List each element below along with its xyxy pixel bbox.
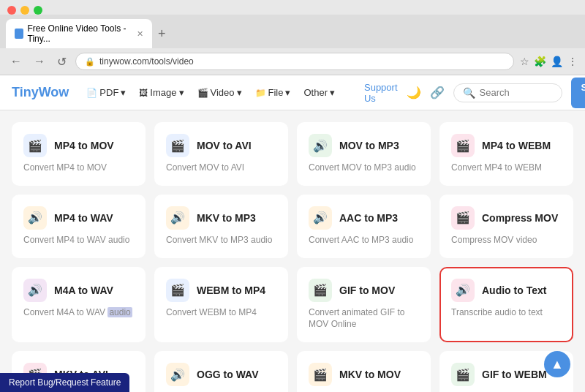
forward-button[interactable]: → xyxy=(31,53,48,69)
tool-name-mkv-to-mp3: MKV to MP3 xyxy=(197,212,256,224)
tool-name-mov-to-mp3: MOV to MP3 xyxy=(339,140,399,151)
pdf-chevron-icon: ▾ xyxy=(121,87,126,98)
theme-toggle-button[interactable]: 🌙 xyxy=(407,86,421,99)
support-link[interactable]: Support Us xyxy=(364,82,398,104)
search-box[interactable]: 🔍 xyxy=(453,83,562,102)
tab-favicon xyxy=(15,29,23,39)
tool-icon-mov-to-mp3: 🔊 xyxy=(309,134,332,157)
image-icon: 🖼 xyxy=(139,88,148,98)
refresh-button[interactable]: ↺ xyxy=(54,53,69,70)
signin-button[interactable]: Sign In xyxy=(571,78,585,108)
traffic-light-red[interactable] xyxy=(7,6,16,15)
tool-name-mkv-to-mov: MKV to MOV xyxy=(339,369,401,380)
tool-card-mkv-to-mov[interactable]: 🎬MKV to MOVConvert MKV to MOV xyxy=(297,351,431,392)
tool-icon-mp4-to-webm: 🎬 xyxy=(451,134,475,157)
nav-right: Support Us 🌙 🔗 🔍 Sign In xyxy=(364,78,585,108)
tool-card-gif-to-mov[interactable]: 🎬GIF to MOVConvert animated GIF to MOV O… xyxy=(297,267,431,343)
tool-card-mp4-to-webm[interactable]: 🎬MP4 to WEBMConvert MP4 to WEBM xyxy=(439,122,573,186)
profile-button[interactable]: 👤 xyxy=(551,56,563,67)
tool-name-mp4-to-mov: MP4 to MOV xyxy=(54,140,114,151)
back-button[interactable]: ← xyxy=(7,53,25,69)
nav-item-video[interactable]: 🎬 Video ▾ xyxy=(192,84,248,101)
tool-icon-gif-to-mov: 🎬 xyxy=(309,279,332,302)
tool-desc-mp4-to-wav: Convert MP4 to WAV audio xyxy=(23,234,134,246)
bookmark-button[interactable]: ☆ xyxy=(520,56,529,67)
nav-item-pdf[interactable]: 📄 PDF ▾ xyxy=(80,84,132,101)
url-text: tinywow.com/tools/video xyxy=(99,56,194,67)
tool-card-m4a-to-wav[interactable]: 🔊M4A to WAVConvert M4A to WAV audio xyxy=(12,267,146,343)
tab-title: Free Online Video Tools - Tiny... xyxy=(28,23,129,44)
tool-card-audio-to-text[interactable]: 🔊Audio to TextTranscribe audio to text xyxy=(439,267,573,343)
tool-desc-gif-to-mov: Convert animated GIF to MOV Online xyxy=(309,306,419,331)
tool-icon-audio-to-text: 🔊 xyxy=(451,279,475,302)
tool-desc-mp4-to-mov: Convert MP4 to MOV xyxy=(23,162,134,174)
image-chevron-icon: ▾ xyxy=(179,87,184,98)
tools-grid: 🎬MP4 to MOVConvert MP4 to MOV🎬MOV to AVI… xyxy=(12,122,573,392)
browser-tab[interactable]: Free Online Video Tools - Tiny... ✕ xyxy=(6,19,152,48)
tool-icon-webm-to-mp4: 🎬 xyxy=(166,279,189,302)
tool-card-mp4-to-wav[interactable]: 🔊MP4 to WAVConvert MP4 to WAV audio xyxy=(12,195,146,258)
nav-label-file: File xyxy=(268,87,284,98)
tool-name-gif-to-mov: GIF to MOV xyxy=(339,284,395,296)
url-bar[interactable]: 🔒 tinywow.com/tools/video xyxy=(75,53,514,70)
tool-name-webm-to-mp4: WEBM to MP4 xyxy=(197,284,265,296)
tool-name-mov-to-avi: MOV to AVI xyxy=(197,140,252,151)
site-logo[interactable]: TinyWow xyxy=(12,85,69,100)
tool-card-mkv-to-mp3[interactable]: 🔊MKV to MP3Convert MKV to MP3 audio xyxy=(154,195,288,258)
lock-icon: 🔒 xyxy=(85,57,95,67)
tool-desc-aac-to-mp3: Convert AAC to MP3 audio xyxy=(309,234,419,246)
traffic-light-green[interactable] xyxy=(34,6,42,15)
tool-card-ogg-to-wav[interactable]: 🔊OGG to WAVConvert OGG to WAV xyxy=(154,351,288,392)
search-input[interactable] xyxy=(480,87,553,98)
nav-item-image[interactable]: 🖼 Image ▾ xyxy=(133,84,189,101)
tool-name-m4a-to-wav: M4A to WAV xyxy=(54,284,113,296)
tool-desc-webm-to-mp4: Convert WEBM to MP4 xyxy=(166,306,276,319)
tool-icon-mp4-to-mov: 🎬 xyxy=(23,134,47,157)
nav-menu: 📄 PDF ▾ 🖼 Image ▾ 🎬 Video ▾ 📁 File ▾ Oth… xyxy=(80,84,341,101)
tool-desc-mov-to-avi: Convert MOV to AVI xyxy=(166,162,276,174)
tool-icon-aac-to-mp3: 🔊 xyxy=(309,206,332,230)
tool-desc-m4a-to-wav: Convert M4A to WAV audio xyxy=(23,306,134,319)
logo-tiny: Tiny xyxy=(12,85,39,99)
pdf-icon: 📄 xyxy=(86,88,97,98)
tool-name-gif-to-webm: GIF to WEBM xyxy=(482,369,547,380)
tool-card-compress-mov[interactable]: 🎬Compress MOVCompress MOV video xyxy=(439,195,573,258)
nav-label-video: Video xyxy=(211,87,235,98)
nav-item-file[interactable]: 📁 File ▾ xyxy=(249,84,297,101)
new-tab-button[interactable]: + xyxy=(152,23,172,45)
tool-card-mov-to-avi[interactable]: 🎬MOV to AVIConvert MOV to AVI xyxy=(154,122,288,186)
search-icon: 🔍 xyxy=(463,87,475,99)
scroll-top-button[interactable]: ▲ xyxy=(544,351,570,377)
tool-name-mp4-to-wav: MP4 to WAV xyxy=(54,212,113,224)
extensions-button[interactable]: 🧩 xyxy=(534,56,546,67)
tool-icon-mkv-to-mov: 🎬 xyxy=(309,363,332,386)
menu-button[interactable]: ⋮ xyxy=(567,56,578,67)
tool-icon-gif-to-webm: 🎬 xyxy=(451,363,475,386)
file-icon: 📁 xyxy=(255,88,266,98)
tab-close-button[interactable]: ✕ xyxy=(137,29,143,39)
tool-icon-compress-mov: 🎬 xyxy=(451,206,475,230)
tool-desc-mov-to-mp3: Convert MOV to MP3 audio xyxy=(309,162,419,174)
navbar: TinyWow 📄 PDF ▾ 🖼 Image ▾ 🎬 Video ▾ 📁 Fi… xyxy=(0,75,585,110)
traffic-light-yellow[interactable] xyxy=(20,6,29,15)
tool-card-aac-to-mp3[interactable]: 🔊AAC to MP3Convert AAC to MP3 audio xyxy=(297,195,431,258)
nav-item-other[interactable]: Other ▾ xyxy=(298,84,341,101)
share-button[interactable]: 🔗 xyxy=(430,86,445,99)
nav-label-pdf: PDF xyxy=(99,87,118,98)
tool-name-aac-to-mp3: AAC to MP3 xyxy=(339,212,398,224)
tool-icon-mp4-to-wav: 🔊 xyxy=(23,206,47,230)
logo-wow: Wow xyxy=(39,85,69,99)
video-chevron-icon: ▾ xyxy=(237,87,242,98)
file-chevron-icon: ▾ xyxy=(285,87,290,98)
report-bug-button[interactable]: Report Bug/Request Feature xyxy=(0,373,129,392)
tool-card-mov-to-mp3[interactable]: 🔊MOV to MP3Convert MOV to MP3 audio xyxy=(297,122,431,186)
tool-icon-m4a-to-wav: 🔊 xyxy=(23,279,47,302)
tool-desc-compress-mov: Compress MOV video xyxy=(451,234,562,246)
tool-desc-audio-to-text: Transcribe audio to text xyxy=(451,306,562,319)
main-content: 🎬MP4 to MOVConvert MP4 to MOV🎬MOV to AVI… xyxy=(0,110,585,392)
tool-card-mp4-to-mov[interactable]: 🎬MP4 to MOVConvert MP4 to MOV xyxy=(12,122,146,186)
tool-name-audio-to-text: Audio to Text xyxy=(482,284,546,296)
video-icon: 🎬 xyxy=(197,88,208,98)
nav-label-other: Other xyxy=(303,87,328,98)
tool-card-webm-to-mp4[interactable]: 🎬WEBM to MP4Convert WEBM to MP4 xyxy=(154,267,288,343)
